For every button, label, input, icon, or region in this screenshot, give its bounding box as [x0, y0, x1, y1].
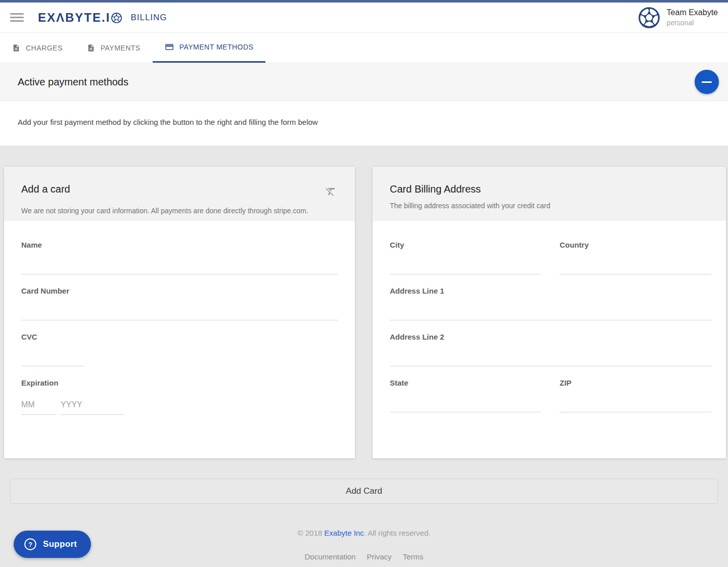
state-label: State: [390, 379, 541, 388]
city-label: City: [390, 241, 541, 250]
tab-payments[interactable]: PAYMENTS: [75, 33, 153, 63]
card-number-input[interactable]: [21, 296, 338, 320]
add-card-body: Name Card Number CVC Expiration: [4, 241, 355, 458]
credit-card-icon: [165, 42, 174, 52]
logo-wordmark: EXΛBYTE.I: [38, 11, 110, 25]
billing-address-panel: Card Billing Address The billing address…: [373, 167, 726, 458]
payment-form-cards: Add a card We are not storing your card …: [4, 167, 726, 458]
billing-page: EXΛBYTE.I BILLING: [0, 0, 728, 567]
address-line-1-input[interactable]: [390, 296, 711, 320]
document-icon: [87, 44, 95, 52]
zip-input[interactable]: [560, 388, 711, 412]
clear-form-button[interactable]: [324, 184, 338, 200]
address-line-2-field-group: Address Line 2: [390, 333, 711, 366]
zip-label: ZIP: [560, 379, 711, 388]
billing-address-header: Card Billing Address The billing address…: [373, 167, 726, 221]
support-label: Support: [43, 539, 77, 549]
expiration-month-input[interactable]: [21, 395, 57, 415]
address-line-1-label: Address Line 1: [390, 287, 711, 296]
billing-address-title: Card Billing Address: [390, 183, 709, 195]
app-header: EXΛBYTE.I BILLING: [0, 3, 728, 33]
active-payment-methods-header: Active payment methods: [0, 63, 728, 101]
city-input[interactable]: [390, 250, 541, 274]
address-line-1-field-group: Address Line 1: [390, 287, 711, 320]
support-button[interactable]: ? Support: [14, 531, 91, 558]
expiration-year-input[interactable]: [61, 395, 124, 415]
document-icon: [12, 44, 20, 52]
address-line-2-input[interactable]: [390, 342, 711, 366]
add-card-panel: Add a card We are not storing your card …: [4, 167, 355, 458]
team-type: personal: [667, 19, 718, 27]
card-number-field-group: Card Number: [21, 287, 338, 320]
team-name: Team Exabyte: [667, 8, 718, 17]
minus-icon: [702, 81, 712, 83]
cvc-label: CVC: [21, 333, 338, 342]
cvc-field-group: CVC: [21, 333, 338, 366]
zip-field-group: ZIP: [560, 379, 711, 412]
exabyte-logo[interactable]: EXΛBYTE.I: [38, 11, 122, 25]
privacy-link[interactable]: Privacy: [367, 552, 391, 561]
cvc-input[interactable]: [21, 342, 84, 366]
card-number-label: Card Number: [21, 287, 338, 296]
name-input[interactable]: [21, 250, 338, 274]
copyright-prefix: © 2018: [298, 529, 325, 537]
address-line-2-label: Address Line 2: [390, 333, 711, 342]
logo-ball-icon: [111, 12, 122, 24]
tab-charges[interactable]: CHARGES: [0, 33, 75, 63]
billing-tab-bar: CHARGES PAYMENTS PAYMENT METHODS: [0, 33, 728, 63]
state-zip-row: State ZIP: [390, 379, 711, 412]
add-card-subtitle: We are not storing your card information…: [21, 207, 338, 215]
country-input[interactable]: [560, 250, 711, 274]
expiration-label: Expiration: [21, 379, 338, 388]
footer-copyright: © 2018 Exabyte Inc. All rights reserved.: [0, 529, 728, 537]
country-label: Country: [560, 241, 711, 250]
name-field-group: Name: [21, 241, 338, 274]
state-input[interactable]: [390, 388, 541, 412]
team-avatar: [638, 7, 660, 29]
documentation-link[interactable]: Documentation: [305, 552, 356, 561]
name-label: Name: [21, 241, 338, 250]
footer-links: DocumentationPrivacyTerms: [0, 552, 728, 561]
section-description: Add your first payment method by clickin…: [0, 101, 728, 146]
tab-label: PAYMENTS: [101, 44, 141, 52]
add-card-button[interactable]: Add Card: [10, 479, 718, 504]
billing-address-body: City Country Address Line 1 Address Line…: [373, 241, 726, 458]
account-names: Team Exabyte personal: [667, 8, 718, 27]
terms-link[interactable]: Terms: [403, 552, 424, 561]
state-field-group: State: [390, 379, 541, 412]
tab-label: CHARGES: [26, 44, 63, 52]
account-widget[interactable]: Team Exabyte personal: [638, 7, 718, 29]
company-link[interactable]: Exabyte Inc: [324, 529, 363, 537]
page-title: BILLING: [130, 13, 167, 23]
tab-payment-methods[interactable]: PAYMENT METHODS: [153, 33, 266, 63]
city-country-row: City Country: [390, 241, 711, 274]
section-title: Active payment methods: [18, 76, 128, 88]
copyright-suffix: . All rights reserved.: [364, 529, 431, 537]
add-card-header: Add a card We are not storing your card …: [4, 167, 355, 221]
add-card-title: Add a card: [21, 183, 70, 195]
svg-text:?: ?: [28, 541, 32, 548]
clear-format-icon: [325, 185, 337, 198]
billing-address-subtitle: The billing address associated with your…: [390, 202, 709, 210]
expiration-field-group: Expiration: [21, 379, 338, 415]
city-field-group: City: [390, 241, 541, 274]
country-field-group: Country: [560, 241, 711, 274]
add-card-action-row: Add Card: [10, 479, 718, 504]
tab-label: PAYMENT METHODS: [179, 43, 254, 51]
help-icon: ?: [24, 538, 37, 551]
collapse-minus-button[interactable]: [695, 70, 719, 94]
hamburger-menu-icon[interactable]: [10, 13, 24, 22]
